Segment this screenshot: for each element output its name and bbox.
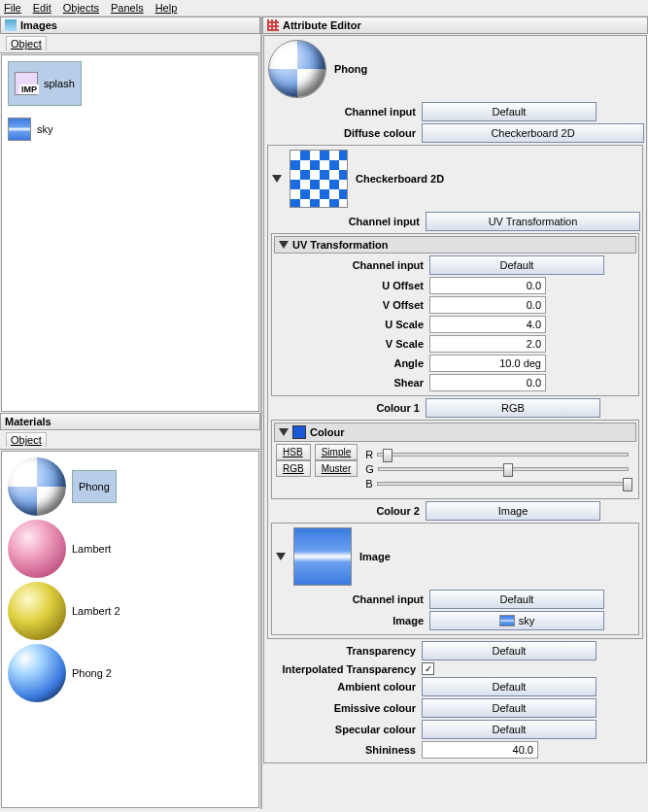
attribute-editor-title: Attribute Editor (262, 17, 648, 34)
image-name: Image (359, 551, 391, 562)
label-colour2: Colour 2 (270, 505, 426, 517)
label-channel-input: Channel input (270, 216, 426, 227)
menu-help[interactable]: Help (155, 2, 178, 14)
collapse-icon[interactable] (279, 241, 289, 249)
slider-g[interactable] (378, 467, 629, 471)
materials-tabbar: Object (0, 430, 260, 450)
images-panel-title: Images (0, 17, 260, 34)
tab-muster[interactable]: Muster (315, 460, 358, 477)
attr-title-text: Attribute Editor (283, 19, 361, 31)
colour2-button[interactable]: Image (426, 501, 600, 521)
images-tab-object[interactable]: Object (6, 36, 47, 51)
label-transparency: Transparency (266, 645, 422, 657)
materials-tab-object[interactable]: Object (6, 432, 47, 447)
images-list[interactable]: splash sky (1, 54, 259, 412)
label-channel-input: Channel input (274, 593, 429, 605)
tab-simple[interactable]: Simple (315, 444, 358, 460)
image-label: splash (44, 78, 75, 89)
images-tabbar: Object (0, 34, 260, 53)
angle-input[interactable]: 10.0 deg (429, 355, 546, 372)
tab-rgb[interactable]: RGB (276, 460, 311, 477)
checker-group: Checkerboard 2D Channel input UV Transfo… (267, 145, 643, 639)
checker-preview (290, 150, 348, 208)
label-channel-input: Channel input (274, 259, 429, 271)
material-item-lambert2[interactable]: Lambert 2 (6, 580, 255, 642)
menu-panels[interactable]: Panels (111, 2, 144, 14)
material-item-phong[interactable]: Phong (6, 456, 255, 518)
collapse-icon[interactable] (276, 553, 286, 560)
image-select-button[interactable]: sky (429, 611, 604, 630)
label-shear: Shear (274, 377, 429, 389)
slider-b[interactable] (377, 482, 629, 486)
grid-icon (267, 19, 279, 31)
lambert-thumb (8, 520, 66, 578)
materials-title-text: Materials (5, 416, 51, 427)
v-offset-input[interactable]: 0.0 (429, 296, 546, 314)
colour1-button[interactable]: RGB (426, 398, 600, 418)
slider-r[interactable] (377, 453, 629, 457)
image-val-text: sky (519, 615, 535, 626)
interp-transparency-checkbox[interactable]: ✓ (422, 662, 434, 675)
emissive-button[interactable]: Default (422, 698, 597, 718)
uv-channel-input-button[interactable]: Default (429, 255, 604, 275)
menu-edit[interactable]: Edit (33, 2, 51, 14)
image-icon (5, 19, 17, 31)
label-colour1: Colour 1 (270, 402, 426, 414)
label-image: Image (274, 615, 429, 626)
collapse-icon[interactable] (279, 428, 289, 436)
image-label: sky (37, 123, 53, 135)
shear-input[interactable]: 0.0 (429, 374, 546, 391)
phong-thumb (8, 457, 66, 516)
label-diffuse: Diffuse colour (266, 127, 422, 139)
image-item-sky[interactable]: sky (6, 116, 255, 143)
phong-group: Phong Channel input Default Diffuse colo… (263, 35, 647, 763)
label-b: B (365, 478, 372, 490)
collapse-icon[interactable] (272, 175, 282, 183)
colour-group: Colour HSB RGB Simple Muster R (271, 420, 639, 499)
v-scale-input[interactable]: 2.0 (429, 335, 546, 353)
u-scale-input[interactable]: 4.0 (429, 316, 546, 333)
material-label: Phong 2 (72, 667, 112, 679)
materials-list[interactable]: Phong Lambert Lambert 2 Phong 2 (1, 451, 259, 808)
image-group: Image Channel inputDefault Image sky (271, 523, 639, 635)
sky-thumb (8, 118, 31, 141)
label-g: G (365, 463, 374, 475)
tab-hsb[interactable]: HSB (276, 444, 311, 460)
specular-button[interactable]: Default (422, 720, 597, 739)
phong-channel-input-button[interactable]: Default (422, 102, 597, 121)
ambient-button[interactable]: Default (422, 677, 597, 696)
label-channel-input: Channel input (266, 106, 422, 118)
image-item-splash[interactable]: splash (6, 59, 255, 108)
sky-mini-thumb (499, 615, 515, 626)
label-u-offset: U Offset (274, 280, 429, 291)
label-angle: Angle (274, 357, 429, 369)
colour-title: Colour (310, 426, 344, 438)
phong2-thumb (8, 644, 66, 702)
phong-diffuse-button[interactable]: Checkerboard 2D (422, 123, 644, 143)
material-item-phong2[interactable]: Phong 2 (6, 642, 255, 704)
label-ambient: Ambient colour (266, 681, 422, 693)
shininess-input[interactable]: 40.0 (422, 741, 538, 759)
colour-swatch (292, 425, 306, 439)
splash-thumb (15, 72, 38, 95)
material-item-lambert[interactable]: Lambert (6, 518, 255, 580)
label-v-offset: V Offset (274, 299, 429, 311)
label-specular: Specular colour (266, 724, 422, 735)
uv-group: UV Transformation Channel inputDefault U… (271, 233, 639, 396)
images-title-text: Images (20, 19, 57, 31)
material-label: Phong (72, 470, 117, 503)
uv-title: UV Transformation (292, 239, 388, 251)
label-r: R (365, 449, 373, 460)
menubar: File Edit Objects Panels Help (0, 0, 648, 17)
menu-objects[interactable]: Objects (63, 2, 99, 14)
material-label: Lambert (72, 543, 111, 555)
phong-name: Phong (334, 63, 367, 75)
checker-channel-input-button[interactable]: UV Transformation (426, 212, 640, 231)
label-v-scale: V Scale (274, 338, 429, 350)
u-offset-input[interactable]: 0.0 (429, 277, 546, 294)
transparency-button[interactable]: Default (422, 641, 597, 660)
material-label: Lambert 2 (72, 605, 120, 617)
menu-file[interactable]: File (4, 2, 21, 14)
image-channel-input-button[interactable]: Default (429, 590, 604, 609)
checker-name: Checkerboard 2D (356, 173, 444, 185)
